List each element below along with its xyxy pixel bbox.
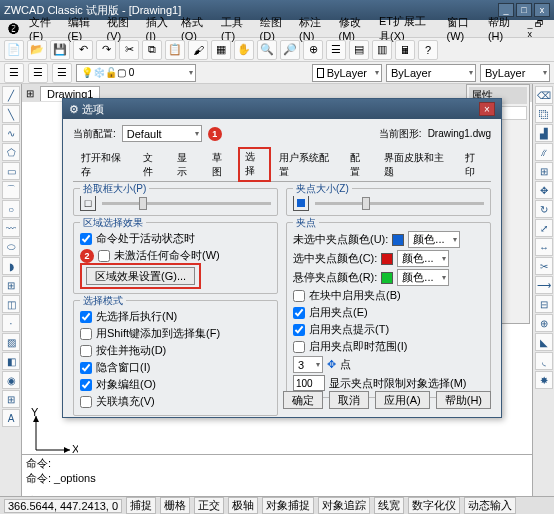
grip-slider[interactable] [315, 202, 484, 205]
arc-icon[interactable]: ⌒ [2, 181, 20, 199]
xline-icon[interactable]: ╲ [2, 105, 20, 123]
pan-icon[interactable]: ✋ [234, 40, 254, 60]
status-grid[interactable]: 栅格 [160, 497, 190, 514]
block-icon[interactable]: ◫ [2, 295, 20, 313]
cb-no-active-cmd[interactable]: 未激活任何命令时(W) [98, 248, 220, 263]
match-icon[interactable]: 🖌 [188, 40, 208, 60]
cb-grip-block[interactable]: 在块中启用夹点(B) [293, 288, 484, 303]
cb-grip-range[interactable]: 启用夹点即时范围(I) [293, 339, 484, 354]
gradient-icon[interactable]: ◧ [2, 352, 20, 370]
line-icon[interactable]: ╱ [2, 86, 20, 104]
tab-select[interactable]: 选择 [238, 147, 270, 182]
zoom3-icon[interactable]: ⊕ [303, 40, 323, 60]
table-icon[interactable]: ⊞ [2, 390, 20, 408]
unsel-color-select[interactable]: 颜色... [408, 231, 459, 248]
chamfer-icon[interactable]: ◣ [535, 333, 553, 351]
toolpal-icon[interactable]: ▥ [372, 40, 392, 60]
menu-tools[interactable]: 工具(T) [217, 14, 254, 43]
cb-press-drag[interactable]: 按住并拖动(D) [80, 343, 271, 358]
status-dyn[interactable]: 动态输入 [464, 497, 516, 514]
zoom2-icon[interactable]: 🔎 [280, 40, 300, 60]
cb-shift-add[interactable]: 用Shift键添加到选择集(F) [80, 326, 271, 341]
status-polar[interactable]: 极轴 [228, 497, 258, 514]
layer-combo[interactable]: 💡❄️🔓▢ 0 [76, 64, 196, 82]
cb-enable-grips[interactable]: 启用夹点(E) [293, 305, 484, 320]
break-icon[interactable]: ⊟ [535, 295, 553, 313]
ellipse-icon[interactable]: ⬭ [2, 238, 20, 256]
menu-view[interactable]: 视图(V) [103, 14, 140, 43]
profile-select[interactable]: Default [122, 125, 202, 142]
redo-icon[interactable]: ↷ [96, 40, 116, 60]
erase-icon[interactable]: ⌫ [535, 86, 553, 104]
ok-button[interactable]: 确定 [283, 391, 323, 409]
cb-active-cmd[interactable]: 命令处于活动状态时 [80, 231, 271, 246]
rect-icon[interactable]: ▭ [2, 162, 20, 180]
menu-format[interactable]: 格式(O) [177, 14, 215, 43]
join-icon[interactable]: ⊕ [535, 314, 553, 332]
trim-icon[interactable]: ✂ [535, 257, 553, 275]
menu-draw[interactable]: 绘图(D) [256, 14, 293, 43]
cancel-button[interactable]: 取消 [329, 391, 369, 409]
menu-modify[interactable]: 修改(M) [335, 14, 373, 43]
menu-file[interactable]: 文件(F) [25, 14, 62, 43]
lweight-combo[interactable]: ByLayer [480, 64, 550, 82]
hatch-icon[interactable]: ▨ [2, 333, 20, 351]
cb-object-group[interactable]: 对象编组(O) [80, 377, 271, 392]
save-icon[interactable]: 💾 [50, 40, 70, 60]
point-icon[interactable]: · [2, 314, 20, 332]
status-tablet[interactable]: 数字化仪 [408, 497, 460, 514]
undo-icon[interactable]: ↶ [73, 40, 93, 60]
cb-assoc-hatch[interactable]: 关联填充(V) [80, 394, 271, 409]
layers2-icon[interactable]: ☰ [28, 63, 48, 83]
designcenter-icon[interactable]: ▤ [349, 40, 369, 60]
offset-icon[interactable]: ⫽ [535, 143, 553, 161]
props-icon[interactable]: ☰ [326, 40, 346, 60]
menu-edit[interactable]: 编辑(E) [64, 14, 101, 43]
region-icon[interactable]: ◉ [2, 371, 20, 389]
command-line[interactable]: 命令: 命令: _options [22, 454, 532, 484]
pline-icon[interactable]: ∿ [2, 124, 20, 142]
fillet-icon[interactable]: ◟ [535, 352, 553, 370]
polygon-icon[interactable]: ⬠ [2, 143, 20, 161]
cb-noun-verb[interactable]: 先选择后执行(N) [80, 309, 271, 324]
spline-icon[interactable]: 〰 [2, 219, 20, 237]
dialog-close-button[interactable]: × [479, 102, 495, 116]
copy-icon[interactable]: ⿻ [535, 105, 553, 123]
close-button[interactable]: x [534, 3, 550, 17]
tab-files[interactable]: 文件 [135, 147, 169, 182]
cb-grip-tips[interactable]: 启用夹点提示(T) [293, 322, 484, 337]
cut-icon[interactable]: ✂ [119, 40, 139, 60]
apply-button[interactable]: 应用(A) [375, 391, 430, 409]
layers-icon[interactable]: ☰ [4, 63, 24, 83]
text-icon[interactable]: A [2, 409, 20, 427]
menu-insert[interactable]: 插入(I) [142, 14, 176, 43]
extend-icon[interactable]: ⟶ [535, 276, 553, 294]
copy-icon[interactable]: ⧉ [142, 40, 162, 60]
insert-icon[interactable]: ⊞ [2, 276, 20, 294]
tab-opensave[interactable]: 打开和保存 [73, 147, 135, 182]
mirror-icon[interactable]: ▟ [535, 124, 553, 142]
block-icon[interactable]: ▦ [211, 40, 231, 60]
color-combo[interactable]: ByLayer [312, 64, 382, 82]
ellipsearc-icon[interactable]: ◗ [2, 257, 20, 275]
help-button[interactable]: 帮助(H) [436, 391, 491, 409]
grip-point-select[interactable]: 3 [293, 356, 323, 373]
cb-implied-window[interactable]: 隐含窗口(I) [80, 360, 271, 375]
layers3-icon[interactable]: ☰ [52, 63, 72, 83]
rotate-icon[interactable]: ↻ [535, 200, 553, 218]
move-icon[interactable]: ✥ [535, 181, 553, 199]
open-icon[interactable]: 📂 [27, 40, 47, 60]
tab-theme[interactable]: 界面皮肤和主题 [376, 147, 456, 182]
circle-icon[interactable]: ○ [2, 200, 20, 218]
sel-color-select[interactable]: 颜色... [397, 250, 448, 267]
status-ortho[interactable]: 正交 [194, 497, 224, 514]
tab-print[interactable]: 打印 [457, 147, 491, 182]
menu-dim[interactable]: 标注(N) [295, 14, 332, 43]
status-osnap[interactable]: 对象捕捉 [262, 497, 314, 514]
tab-profile[interactable]: 配置 [342, 147, 376, 182]
explode-icon[interactable]: ✸ [535, 371, 553, 389]
menu-help[interactable]: 帮助(H) [484, 14, 521, 43]
grip-limit-input[interactable] [293, 375, 325, 391]
array-icon[interactable]: ⊞ [535, 162, 553, 180]
status-snap[interactable]: 捕捉 [126, 497, 156, 514]
